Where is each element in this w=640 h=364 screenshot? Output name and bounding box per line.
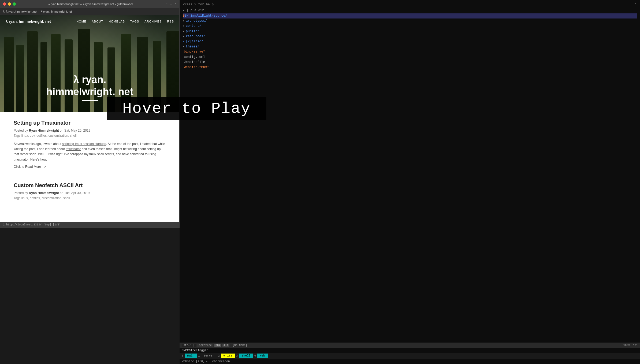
vim-entry-public: ▸ public/ bbox=[183, 29, 637, 34]
vim-up-dir: ▸ [up a dir] bbox=[183, 8, 637, 13]
address-text: λ: λ ryan.himmelwright.net -- λ ryan.him… bbox=[3, 10, 72, 13]
tmux-statusbar: 0 Main 1 Server 2 Write 3 Shell 4 Web bbox=[180, 353, 640, 359]
browser-statusbar: 1 http://localhost:1313/ [top] [1/1] bbox=[0, 222, 179, 228]
tmux-tab-web[interactable]: Web bbox=[257, 354, 268, 358]
nav-rss[interactable]: RSS bbox=[167, 20, 174, 23]
tmux-prompt-bar: Website [2:0] » ~ charmeleon bbox=[180, 359, 640, 364]
browser-titlebar: λ ryan.himmelwright.net -- λ ryan.himmel… bbox=[0, 0, 179, 8]
tmux-window-3-num: 3 bbox=[236, 354, 238, 357]
vim-filename: [No Name] bbox=[230, 344, 622, 347]
excerpt-link-1[interactable]: scripting tmux session startups bbox=[62, 142, 106, 146]
post2-tags: Tags linux, dotfiles, customization, she… bbox=[14, 196, 166, 200]
vim-plugin: nerdtree bbox=[197, 344, 213, 347]
vim-entry-website-tmux: website-tmux* bbox=[183, 65, 637, 70]
tmux-window-2-num: 2 bbox=[218, 354, 220, 357]
vim-right-percent: 100% bbox=[623, 344, 630, 347]
nav-homelab[interactable]: HOMELAB bbox=[109, 20, 125, 23]
hover-text: Hover to Play bbox=[122, 100, 251, 117]
blog-post-2: Custom Neofetch ASCII Art Posted by Ryan… bbox=[14, 182, 166, 200]
tmux-prompt-text: ~ charmeleon bbox=[209, 360, 230, 363]
tmux-session-label: 0 bbox=[182, 354, 184, 357]
vim-position: 4:1 bbox=[222, 344, 229, 347]
site-nav: λ ryan. himmelwright. net HOME ABOUT HOM… bbox=[0, 15, 179, 28]
vim-root-dir: BB/himmAllRight-source/ bbox=[183, 13, 637, 18]
tmux-window-1-num: 1 bbox=[198, 354, 200, 357]
address-bar[interactable]: λ: λ ryan.himmelwright.net -- λ ryan.him… bbox=[0, 8, 179, 15]
vim-help-text: Press ? for help bbox=[183, 2, 214, 7]
tmux-tab-write[interactable]: Write bbox=[221, 354, 235, 358]
nav-archives[interactable]: ARCHIVES bbox=[144, 20, 162, 23]
hover-overlay: Hover to Play bbox=[107, 97, 266, 120]
nav-about[interactable]: ABOUT bbox=[92, 20, 103, 23]
close-button[interactable] bbox=[3, 2, 6, 6]
blog-post-1: Setting up Tmuxinator Posted by Ryan Him… bbox=[14, 120, 166, 169]
nav-links: HOME ABOUT HOMELAB TAGS ARCHIVES RSS bbox=[76, 20, 174, 23]
hero-title-line2: himmelwright. net bbox=[0, 86, 179, 98]
vim-entry-static: ▾ [x]tatic/ bbox=[183, 39, 637, 44]
tmux-tab-server[interactable]: Server bbox=[201, 354, 217, 358]
nav-tags[interactable]: TAGS bbox=[130, 20, 139, 23]
vim-entry-themes: ▸ themes/ bbox=[183, 44, 637, 49]
hero-underline bbox=[82, 100, 98, 101]
blog-content: Setting up Tmuxinator Posted by Ryan Him… bbox=[0, 112, 179, 222]
post1-read-more[interactable]: Click to Read More --> bbox=[14, 165, 166, 169]
vim-entry-resources: ▸ resources/ bbox=[183, 34, 637, 39]
post1-title: Setting up Tmuxinator bbox=[14, 120, 166, 126]
vim-command-line: :NERDTreeToggle bbox=[180, 348, 640, 353]
post1-tags: Tags linux, dev, dotfiles, customization… bbox=[14, 134, 166, 138]
maximize-button[interactable] bbox=[13, 2, 16, 6]
vim-help-line: Press ? for help 1 bbox=[183, 2, 637, 7]
post1-meta: Posted by Ryan Himmelwright on Sat, May … bbox=[14, 129, 166, 132]
minimize-button[interactable] bbox=[8, 2, 11, 6]
tmux-prompt-arrow: » bbox=[206, 360, 208, 363]
post2-meta: Posted by Ryan Himmelwright on Tue, Apr … bbox=[14, 191, 166, 195]
vim-command-text: :NERDTreeToggle bbox=[182, 349, 208, 352]
tmux-tab-main[interactable]: Main bbox=[185, 354, 197, 358]
post-divider bbox=[14, 177, 166, 177]
vim-mode: <tf-8 | bbox=[182, 344, 196, 347]
tmux-tab-shell[interactable]: Shell bbox=[239, 354, 253, 358]
hero-title: λ ryan. himmelwright. net bbox=[0, 74, 179, 98]
terminal-panel: Press ? for help 1 ▸ [up a dir] BB/himmA… bbox=[180, 0, 640, 364]
status-text: 1 http://localhost:1313/ [top] [1/1] bbox=[3, 223, 61, 226]
vim-content: Press ? for help 1 ▸ [up a dir] BB/himmA… bbox=[180, 0, 640, 343]
vim-statusbar: <tf-8 | nerdtree 28% 4:1 [No Name] 100% … bbox=[180, 343, 640, 348]
nav-home[interactable]: HOME bbox=[76, 20, 86, 23]
vim-entry-jenkins: Jenkinsfile bbox=[183, 60, 637, 65]
site-logo: λ ryan. himmelwright. net bbox=[6, 19, 51, 24]
vim-entry-bind-serve: bind-serve* bbox=[183, 49, 637, 54]
post1-excerpt: Several weeks ago, I wrote about scripti… bbox=[14, 142, 166, 162]
vim-entry-content: ▸ content/ bbox=[183, 24, 637, 29]
vim-percent: 28% bbox=[214, 344, 221, 347]
tmux-window-4-num: 4 bbox=[254, 354, 256, 357]
window-controls: − □ × bbox=[165, 2, 177, 6]
vim-help-linenum: 1 bbox=[635, 2, 637, 7]
hero-title-line1: λ ryan. bbox=[0, 74, 179, 86]
excerpt-link-2[interactable]: tmuxinator bbox=[66, 147, 81, 151]
post2-title: Custom Neofetch ASCII Art bbox=[14, 182, 166, 188]
vim-entry-archetypes: ▸ archetypes/ bbox=[183, 18, 637, 24]
vim-right-col: 1:1 bbox=[633, 344, 638, 347]
browser-title: λ ryan.himmelwright.net -- λ ryan.himmel… bbox=[17, 2, 164, 6]
vim-entry-config: config.toml bbox=[183, 55, 637, 60]
tmux-session-name: Website [2:0] bbox=[182, 360, 205, 363]
